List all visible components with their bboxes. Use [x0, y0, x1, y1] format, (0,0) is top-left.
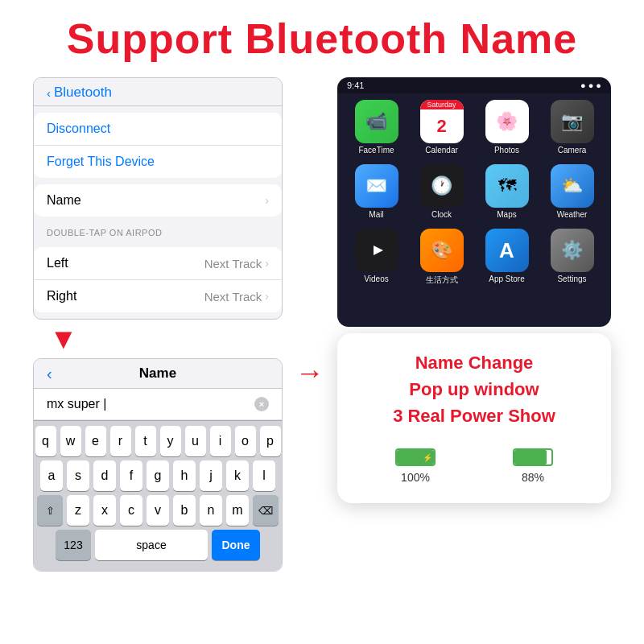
key-e[interactable]: e [85, 426, 106, 456]
num-key[interactable]: 123 [56, 530, 91, 560]
left-label: Left [47, 256, 68, 270]
popup-card: Name Change Pop up window 3 Real Power S… [337, 333, 611, 503]
right-value: Next Track [204, 290, 262, 303]
battery-lightning-1: ⚡ [423, 453, 432, 462]
key-l[interactable]: l [253, 460, 275, 491]
settings-label: Settings [557, 275, 586, 283]
left-panel: ‹ Bluetooth Disconnect Forget This Devic… [33, 77, 283, 572]
status-bar: 9:41 ● ● ● [337, 77, 611, 93]
videos-label: Videos [364, 275, 388, 283]
key-v[interactable]: v [147, 495, 169, 526]
key-j[interactable]: j [200, 460, 222, 491]
name-edit-header: ‹ Name [34, 359, 282, 389]
name-edit-back-button[interactable]: ‹ [47, 365, 52, 383]
videos-icon [355, 229, 398, 272]
camera-icon: 📷 [551, 100, 594, 143]
name-edit-card: ‹ Name mx super | × q w e r t y u i [33, 358, 283, 572]
name-input-value[interactable]: mx super | [47, 397, 106, 411]
key-o[interactable]: o [235, 426, 256, 456]
battery-bar-1: ⚡ [395, 448, 436, 466]
app-maps[interactable]: 🗺 Maps [479, 164, 535, 219]
settings-group-actions: Disconnect Forget This Device [34, 113, 282, 178]
clear-icon[interactable]: × [254, 397, 269, 411]
name-input-row[interactable]: mx super | × [34, 389, 282, 420]
app-settings[interactable]: ⚙️ Settings [544, 229, 600, 286]
app-videos[interactable]: Videos [349, 229, 404, 286]
key-m[interactable]: m [226, 495, 249, 526]
key-a[interactable]: a [40, 460, 63, 491]
key-z[interactable]: z [67, 495, 89, 526]
key-w[interactable]: w [60, 426, 81, 456]
popup-title: Name Change Pop up window 3 Real Power S… [357, 349, 592, 429]
key-u[interactable]: u [185, 426, 206, 456]
maps-label: Maps [497, 210, 516, 219]
key-q[interactable]: q [35, 426, 56, 456]
clock-label: Clock [431, 210, 452, 219]
key-n[interactable]: n [200, 495, 222, 526]
appstore-label: App Store [489, 275, 524, 283]
key-f[interactable]: f [120, 460, 142, 491]
settings-group-name: Name › [34, 184, 282, 217]
left-double-tap-row[interactable]: Left Next Track › [34, 247, 282, 280]
settings-icon: ⚙️ [551, 229, 594, 272]
app-lifestyle[interactable]: 🎨 生活方式 [414, 229, 469, 286]
battery-row: ⚡ 100% 88% [357, 442, 592, 484]
mail-icon: ✉️ [355, 164, 398, 208]
status-icons: ● ● ● [580, 80, 601, 90]
done-key[interactable]: Done [212, 530, 260, 560]
name-label: Name [47, 193, 81, 208]
key-d[interactable]: d [93, 460, 116, 491]
key-s[interactable]: s [67, 460, 89, 491]
app-calendar[interactable]: Saturday 2 Calendar [414, 100, 469, 155]
bluetooth-back-label: Bluetooth [54, 85, 112, 101]
weather-label: Weather [557, 210, 588, 219]
battery-bar-2 [513, 448, 553, 466]
bluetooth-back-button[interactable]: ‹ Bluetooth [47, 85, 269, 101]
right-label: Right [47, 289, 76, 303]
key-x[interactable]: x [93, 495, 116, 526]
key-k[interactable]: k [226, 460, 249, 491]
key-b[interactable]: b [173, 495, 196, 526]
space-key[interactable]: space [95, 530, 208, 560]
app-mail[interactable]: ✉️ Mail [349, 164, 404, 219]
key-p[interactable]: p [260, 426, 281, 456]
app-clock[interactable]: 🕐 Clock [414, 164, 469, 219]
right-double-tap-row[interactable]: Right Next Track › [34, 280, 282, 312]
forget-device-button[interactable]: Forget This Device [34, 146, 282, 178]
lifestyle-label: 生活方式 [426, 275, 458, 286]
key-t[interactable]: t [135, 426, 156, 456]
facetime-icon: 📹 [355, 100, 398, 143]
content-row: ‹ Bluetooth Disconnect Forget This Devic… [0, 77, 644, 572]
disconnect-button[interactable]: Disconnect [34, 113, 282, 146]
app-photos[interactable]: 🌸 Photos [479, 100, 535, 155]
key-y[interactable]: y [160, 426, 181, 456]
calendar-label: Calendar [425, 146, 458, 155]
disconnect-label: Disconnect [47, 122, 110, 136]
popup-line2: Pop up window [409, 379, 539, 399]
app-weather[interactable]: ⛅ Weather [544, 164, 600, 219]
key-h[interactable]: h [173, 460, 196, 491]
key-g[interactable]: g [147, 460, 169, 491]
bluetooth-settings-card: ‹ Bluetooth Disconnect Forget This Devic… [33, 77, 283, 320]
keyboard-row-1: q w e r t y u i o p [37, 426, 279, 456]
photos-icon: 🌸 [485, 100, 529, 143]
forget-device-label: Forget This Device [47, 155, 155, 169]
delete-key[interactable]: ⌫ [253, 495, 279, 526]
app-grid: 📹 FaceTime Saturday 2 Calendar 🌸 [337, 93, 611, 292]
app-appstore[interactable]: A App Store [479, 229, 535, 286]
key-r[interactable]: r [110, 426, 131, 456]
key-i[interactable]: i [210, 426, 231, 456]
page-title: Support Bluetooth Name [0, 0, 644, 77]
name-row[interactable]: Name › [34, 184, 282, 217]
battery-item-1: ⚡ 100% [395, 448, 436, 484]
keyboard-row-4: 123 space Done [37, 530, 279, 560]
app-camera[interactable]: 📷 Camera [544, 100, 600, 155]
key-c[interactable]: c [120, 495, 142, 526]
arrow-down-container: ▼ [33, 320, 283, 358]
calendar-icon: Saturday 2 [420, 100, 464, 143]
appstore-icon: A [485, 229, 529, 272]
app-facetime[interactable]: 📹 FaceTime [349, 100, 404, 155]
shift-key[interactable]: ⇧ [37, 495, 63, 526]
clock-icon: 🕐 [420, 164, 464, 208]
popup-line1: Name Change [415, 353, 534, 373]
